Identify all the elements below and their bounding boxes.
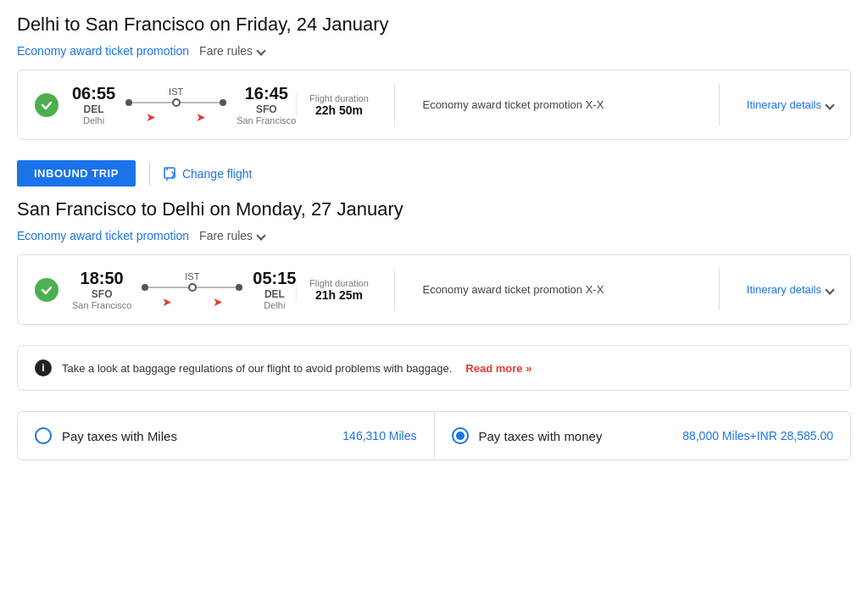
read-more-link[interactable]: Read more »: [465, 362, 531, 375]
route-line-right: [181, 102, 220, 103]
info-icon: i: [35, 359, 52, 376]
radio-filled-dot: [456, 432, 465, 440]
payment-miles-label: Pay taxes with Miles: [62, 429, 332, 443]
inbound-stop-icons: ➤ ➤: [142, 295, 242, 309]
inbound-duration: Flight duration 21h 25m: [296, 278, 381, 302]
inbound-itinerary-btn[interactable]: Itinerary details: [733, 283, 833, 296]
inbound-route-line-left: [148, 287, 188, 288]
inbound-promo-class: Economy award ticket promotion X-X: [409, 283, 704, 296]
inbound-itinerary-chevron-icon: [825, 285, 834, 294]
inbound-route: 18:50 SFO San Francisco IST ➤ ➤ 05:15 DE…: [72, 269, 296, 310]
payment-money-value: 88,000 Miles+INR 28,585.00: [682, 429, 833, 443]
baggage-text: Take a look at baggage regulations of ou…: [62, 362, 452, 375]
inbound-flight-card: 18:50 SFO San Francisco IST ➤ ➤ 05:15 DE…: [17, 254, 851, 325]
payment-option-money[interactable]: Pay taxes with money 88,000 Miles+INR 28…: [435, 412, 851, 460]
radio-money[interactable]: [452, 427, 469, 444]
radio-miles[interactable]: [35, 427, 52, 444]
inbound-card-divider-1: [394, 269, 395, 310]
outbound-itinerary-btn[interactable]: Itinerary details: [733, 98, 833, 111]
baggage-notice: i Take a look at baggage regulations of …: [17, 345, 851, 391]
fare-rules-chevron-icon: [256, 46, 265, 55]
itinerary-chevron-icon: [825, 100, 834, 109]
inbound-route-line: IST ➤ ➤: [142, 271, 242, 309]
card-divider-1: [394, 84, 395, 125]
inbound-badge: INBOUND TRIP: [17, 160, 136, 187]
inbound-via-dot: [188, 283, 197, 292]
arr-dot: [220, 99, 226, 106]
outbound-title: Delhi to San Francisco on Friday, 24 Jan…: [17, 14, 851, 36]
inbound-promo-row: Economy award ticket promotion Fare rule…: [17, 229, 851, 242]
via-dot: [172, 98, 181, 107]
outbound-dep: 06:55 DEL Delhi: [72, 84, 115, 125]
outbound-promo-link[interactable]: Economy award ticket promotion: [17, 44, 189, 58]
payment-options: Pay taxes with Miles 146,310 Miles Pay t…: [17, 411, 851, 460]
payment-money-label: Pay taxes with money: [479, 429, 673, 443]
stop-icons: ➤ ➤: [125, 110, 226, 124]
inbound-title: San Francisco to Delhi on Monday, 27 Jan…: [17, 198, 851, 220]
outbound-arr: 16:45 SFO San Francisco: [236, 84, 296, 125]
inbound-arr: 05:15 DEL Delhi: [253, 269, 296, 310]
outbound-route-line: IST ➤ ➤: [125, 86, 226, 124]
outbound-promo-row: Economy award ticket promotion Fare rule…: [17, 44, 851, 58]
inbound-stop-icon-2: ➤: [213, 295, 223, 309]
change-flight-button[interactable]: Change flight: [164, 167, 253, 181]
inbound-fare-rules-chevron-icon: [256, 231, 265, 240]
outbound-duration: Flight duration 22h 50m: [296, 93, 381, 117]
dep-dot: [125, 99, 132, 106]
stop-icon-1: ➤: [146, 110, 156, 124]
header-separator: [149, 162, 150, 186]
inbound-arr-dot: [236, 284, 242, 291]
inbound-dep: 18:50 SFO San Francisco: [72, 269, 131, 310]
payment-option-miles[interactable]: Pay taxes with Miles 146,310 Miles: [18, 412, 435, 460]
inbound-header: INBOUND TRIP Change flight: [17, 160, 851, 187]
inbound-checked-icon: [35, 278, 58, 302]
route-line-left: [132, 102, 172, 103]
inbound-fare-rules[interactable]: Fare rules: [199, 229, 264, 242]
inbound-card-divider-2: [719, 269, 720, 310]
payment-miles-value: 146,310 Miles: [342, 429, 416, 443]
inbound-dep-dot: [142, 284, 148, 291]
outbound-fare-rules[interactable]: Fare rules: [199, 44, 264, 58]
stop-icon-2: ➤: [196, 110, 206, 124]
outbound-flight-card: 06:55 DEL Delhi IST ➤ ➤ 16:45 SFO San Fr…: [17, 70, 851, 140]
outbound-route: 06:55 DEL Delhi IST ➤ ➤ 16:45 SFO San Fr…: [72, 84, 296, 125]
change-flight-icon: [164, 167, 177, 181]
outbound-checked-icon: [35, 93, 58, 117]
inbound-route-line-right: [197, 287, 236, 288]
card-divider-2: [719, 84, 720, 125]
inbound-stop-icon-1: ➤: [162, 295, 172, 309]
inbound-promo-link[interactable]: Economy award ticket promotion: [17, 229, 189, 242]
double-chevron-icon: »: [526, 362, 531, 375]
outbound-promo-class: Economy award ticket promotion X-X: [409, 98, 704, 111]
